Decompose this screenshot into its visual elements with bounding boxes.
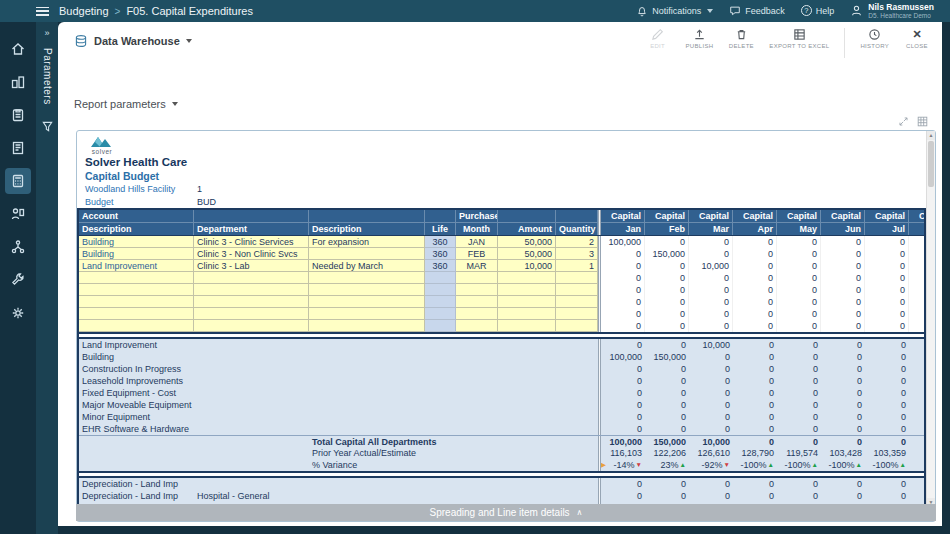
export-to-excel-button[interactable]: EXPORT TO EXCEL xyxy=(769,28,829,49)
cell-month-value: 0 xyxy=(733,490,777,502)
close-button[interactable]: ✕ CLOSE xyxy=(904,28,930,49)
sidebar-item-tasks[interactable] xyxy=(5,102,31,128)
data-source-dropdown[interactable]: Data Warehouse xyxy=(74,34,192,48)
cell-month-value xyxy=(909,375,924,387)
user-menu[interactable]: Nils Rasmussen D5. Healthcare Demo xyxy=(850,3,934,19)
cell-account-description[interactable] xyxy=(79,272,194,284)
vertical-scroll-thumb[interactable] xyxy=(928,141,934,187)
cell-description[interactable] xyxy=(309,248,425,260)
capital-group-header: Capital xyxy=(689,210,733,223)
sidebar-item-reports[interactable] xyxy=(5,135,31,161)
sidebar-item-home[interactable] xyxy=(5,36,31,62)
cell-purchase-month[interactable]: MAR xyxy=(456,260,498,272)
cell-amount[interactable]: 50,000 xyxy=(498,236,556,248)
cell-account-description[interactable] xyxy=(79,284,194,296)
cell-amount[interactable] xyxy=(498,284,556,296)
cell-amount[interactable] xyxy=(498,308,556,320)
cell-month-value: 0 xyxy=(865,284,909,296)
help-button[interactable]: ? Help xyxy=(801,5,835,16)
feedback-button[interactable]: Feedback xyxy=(729,5,785,17)
cell-month-value xyxy=(909,339,924,351)
cell-quantity[interactable]: 3 xyxy=(556,248,598,260)
cell-month-value: 0 xyxy=(865,351,909,363)
cell-month-value: 0 xyxy=(821,236,865,248)
cell-purchase-month[interactable] xyxy=(456,284,498,296)
breadcrumb-app[interactable]: Budgeting xyxy=(59,5,109,17)
capital-group-header: Capital xyxy=(733,210,777,223)
spreading-details-expander[interactable]: Spreading and Line item details ∧ xyxy=(76,504,936,521)
cell-account-description[interactable] xyxy=(79,320,194,332)
cell-purchase-month[interactable] xyxy=(456,296,498,308)
cell-account-description[interactable]: Building xyxy=(79,236,194,248)
sidebar-item-assignments[interactable] xyxy=(5,201,31,227)
menu-icon[interactable] xyxy=(36,7,49,16)
input-rows: Building Clinic 3 - Clinic Services For … xyxy=(79,236,924,332)
cell-purchase-month[interactable] xyxy=(456,308,498,320)
sidebar-item-budgeting[interactable] xyxy=(5,168,31,194)
cell-department[interactable]: Clinic 3 - Clinic Services xyxy=(194,236,309,248)
sidebar-item-admin-tools[interactable] xyxy=(5,267,31,293)
cell-account-description[interactable]: Building xyxy=(79,248,194,260)
cell-month-value: 0 xyxy=(689,490,733,502)
cell-month-value xyxy=(909,308,924,320)
cell-department[interactable] xyxy=(194,284,309,296)
cell-amount[interactable]: 50,000 xyxy=(498,248,556,260)
cell-department[interactable] xyxy=(194,320,309,332)
sidebar-item-workflow[interactable] xyxy=(5,234,31,260)
cell-purchase-month[interactable] xyxy=(456,272,498,284)
report-grid-icon[interactable] xyxy=(917,116,928,127)
cell-quantity[interactable] xyxy=(556,308,598,320)
cell-description[interactable] xyxy=(309,272,425,284)
cell-quantity[interactable] xyxy=(556,284,598,296)
cell-quantity[interactable]: 2 xyxy=(556,236,598,248)
cell-description[interactable] xyxy=(309,308,425,320)
cell-quantity[interactable] xyxy=(556,272,598,284)
report-parameters-dropdown[interactable]: Report parameters xyxy=(74,98,178,110)
notifications-button[interactable]: Notifications xyxy=(636,5,713,17)
cell-quantity[interactable] xyxy=(556,320,598,332)
cell-month-value: 0 xyxy=(601,423,645,435)
gear-icon xyxy=(10,305,26,321)
cell-amount[interactable] xyxy=(498,320,556,332)
report-vertical-scrollbar[interactable]: ▲ ▼ xyxy=(926,131,935,507)
cell-quantity[interactable]: 1 xyxy=(556,260,598,272)
parameters-panel-collapsed[interactable]: » Parameters xyxy=(36,22,58,534)
cell-purchase-month[interactable] xyxy=(456,320,498,332)
cell-account-description[interactable] xyxy=(79,296,194,308)
cell-month-value: 0 xyxy=(601,411,645,423)
input-row: 0 0 0 0 0 0 0 xyxy=(79,308,924,320)
delete-button[interactable]: DELETE xyxy=(728,28,754,49)
cell-description[interactable] xyxy=(309,284,425,296)
cell-month-value: 0 xyxy=(865,363,909,375)
cell-account-description[interactable] xyxy=(79,308,194,320)
cell-amount[interactable]: 10,000 xyxy=(498,260,556,272)
cell-quantity[interactable] xyxy=(556,296,598,308)
scroll-up-icon[interactable]: ▲ xyxy=(927,131,935,140)
cell-amount[interactable] xyxy=(498,296,556,308)
cell-description[interactable] xyxy=(309,296,425,308)
cell-amount[interactable] xyxy=(498,272,556,284)
cell-month-value: 0 xyxy=(865,260,909,272)
cell-department[interactable] xyxy=(194,296,309,308)
cell-department[interactable] xyxy=(194,272,309,284)
cell-description[interactable] xyxy=(309,320,425,332)
cell-department[interactable]: Clinic 3 - Non Clinic Svcs xyxy=(194,248,309,260)
cell-description[interactable]: For expansion xyxy=(309,236,425,248)
sidebar-item-settings[interactable] xyxy=(5,300,31,326)
buildings-icon xyxy=(10,74,26,90)
month-header: Mar xyxy=(689,223,733,235)
cell-month-value: 0 xyxy=(645,272,689,284)
maximize-report-icon[interactable] xyxy=(898,116,909,127)
expand-parameters-icon[interactable]: » xyxy=(44,28,49,38)
history-button[interactable]: HISTORY xyxy=(860,28,889,49)
cell-department[interactable] xyxy=(194,308,309,320)
cell-month-value: 0 xyxy=(733,296,777,308)
publish-button[interactable]: PUBLISH xyxy=(686,28,714,49)
cell-purchase-month[interactable]: FEB xyxy=(456,248,498,260)
cell-description[interactable]: Needed by March xyxy=(309,260,425,272)
sidebar-item-organization[interactable] xyxy=(5,69,31,95)
cell-purchase-month[interactable]: JAN xyxy=(456,236,498,248)
cell-department[interactable]: Clinic 3 - Lab xyxy=(194,260,309,272)
cell-account-description[interactable]: Land Improvement xyxy=(79,260,194,272)
budget-grid: Account Purchase CapitalCapitalCapitalCa… xyxy=(77,208,926,507)
